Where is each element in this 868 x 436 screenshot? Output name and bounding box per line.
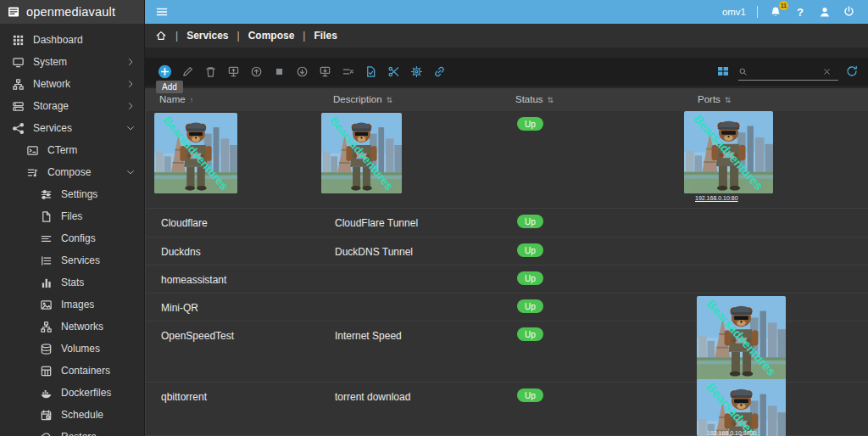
sidebar-item-stats[interactable]: Stats xyxy=(0,271,144,293)
terminal-icon xyxy=(26,144,39,157)
cell-description: Internet Speed xyxy=(335,330,402,342)
status-badge: Up xyxy=(517,388,543,402)
cell-description: DuckDNS Tunnel xyxy=(335,246,413,258)
sidebar-item-settings[interactable]: Settings xyxy=(0,183,144,205)
sidebar-item-files[interactable]: Files xyxy=(0,205,144,227)
ports-cell-image: Bearsadventures xyxy=(697,379,786,436)
ports-link[interactable]: 192.168.0.10:80 xyxy=(695,195,738,201)
table-row[interactable]: DuckdnsDuckDNS TunnelUp xyxy=(146,238,868,266)
search-input[interactable] xyxy=(751,66,819,76)
add-button[interactable] xyxy=(156,63,174,81)
help-icon[interactable]: ? xyxy=(793,5,807,19)
sidebar-item-images[interactable]: Images xyxy=(0,293,144,316)
sidebar-item-services[interactable]: Services xyxy=(0,117,144,139)
file-check-icon xyxy=(364,65,377,78)
pull-button[interactable] xyxy=(316,63,334,81)
sidebar-item-configs[interactable]: Configs xyxy=(0,227,144,249)
sidebar-item-dockerfiles[interactable]: Dockerfiles xyxy=(0,382,144,404)
breadcrumb: | Services | Compose | Files xyxy=(144,24,868,48)
column-header-description[interactable]: Description⇅ xyxy=(333,94,392,104)
stop-button[interactable] xyxy=(270,63,288,81)
pencil-icon xyxy=(181,65,194,78)
column-label: Status xyxy=(515,94,543,104)
services-icon xyxy=(12,122,25,135)
chevron-down-icon xyxy=(125,167,136,177)
breadcrumb-item-compose[interactable]: Compose xyxy=(248,30,295,42)
column-header-ports[interactable]: Ports⇅ xyxy=(698,94,731,104)
sidebar-item-networks[interactable]: Networks xyxy=(0,316,144,338)
sidebar-item-volumes[interactable]: Volumes xyxy=(0,338,144,360)
toolbar-buttons xyxy=(144,63,448,81)
hamburger-icon[interactable] xyxy=(155,5,169,19)
user-icon[interactable] xyxy=(818,5,832,19)
close-icon[interactable] xyxy=(822,67,832,76)
circle-down-icon xyxy=(296,65,309,78)
sidebar-item-services[interactable]: Services xyxy=(0,249,144,271)
breadcrumb-item-files[interactable]: Files xyxy=(314,30,337,42)
sidebar-item-system[interactable]: System xyxy=(0,51,144,73)
chevron-right-icon xyxy=(125,79,136,89)
sidebar-item-dashboard[interactable]: Dashboard xyxy=(0,29,144,51)
monitor-down-icon xyxy=(319,65,331,78)
username[interactable]: omv1 xyxy=(722,7,746,17)
table-columns-icon[interactable] xyxy=(716,64,732,80)
network-icon xyxy=(12,78,25,91)
table-row[interactable]: homeassistantUp xyxy=(146,266,868,293)
sidebar-item-label: Stats xyxy=(61,277,84,288)
check-button[interactable] xyxy=(362,63,380,81)
status-badge: Up xyxy=(517,243,543,257)
link-button[interactable] xyxy=(431,63,448,81)
column-label: Description xyxy=(333,94,382,104)
sidebar-item-network[interactable]: Network xyxy=(0,73,144,95)
sidebar-item-cterm[interactable]: CTerm xyxy=(0,139,144,161)
storage-icon xyxy=(12,100,25,113)
cell-name: Mini-QR xyxy=(161,302,198,314)
edit-button[interactable] xyxy=(179,63,197,81)
column-header-name[interactable]: Name↑ xyxy=(159,94,193,104)
breadcrumb-separator: | xyxy=(175,30,178,42)
settings-button[interactable] xyxy=(408,63,426,81)
sidebar-item-schedule[interactable]: Schedule xyxy=(0,404,144,426)
sidebar-item-label: Compose xyxy=(47,166,91,178)
status-badge: Up xyxy=(517,299,543,313)
prune-button[interactable] xyxy=(339,63,357,81)
sidebar-item-label: Networks xyxy=(61,321,103,333)
refresh-icon[interactable] xyxy=(845,64,860,79)
trash-icon xyxy=(204,65,217,78)
power-icon[interactable] xyxy=(843,5,856,19)
sidebar-item-compose[interactable]: Compose xyxy=(0,161,144,183)
cell-name: Cloudflare xyxy=(161,217,208,229)
down-button[interactable] xyxy=(293,63,311,81)
image-icon xyxy=(40,299,53,311)
brand-title: openmediavault xyxy=(26,5,115,19)
sidebar-item-label: Containers xyxy=(61,365,110,377)
sidebar-item-storage[interactable]: Storage xyxy=(0,95,144,117)
link-icon xyxy=(433,65,446,78)
ports-link[interactable]: 192.168.0.10:8080 xyxy=(707,430,756,436)
breadcrumb-item-services[interactable]: Services xyxy=(186,30,228,42)
prune-icon xyxy=(342,65,354,78)
sidebar-item-containers[interactable]: Containers xyxy=(0,360,144,382)
cell-name: homeassistant xyxy=(161,274,226,286)
cell-description: torrent download xyxy=(335,391,410,403)
search-icon xyxy=(738,67,748,76)
plus-circle-icon xyxy=(158,64,172,79)
docker-icon xyxy=(40,387,53,400)
sort-indicator: ↑ xyxy=(190,96,194,104)
chevron-right-icon xyxy=(125,101,136,111)
bell-icon[interactable]: 11 xyxy=(769,5,782,19)
sidebar-item-restore[interactable]: Restore xyxy=(0,426,144,436)
column-header-status[interactable]: Status⇅ xyxy=(515,94,554,104)
topbar-right: omv1 11 ? xyxy=(722,5,868,19)
cell-status: Up xyxy=(517,215,543,228)
ports-cell-image: Bearsadventures xyxy=(684,111,773,193)
delete-button[interactable] xyxy=(202,63,220,81)
start-button[interactable] xyxy=(248,63,265,81)
table-body: UpCloudflareCloudFlare TunnelUpDuckdnsDu… xyxy=(144,111,868,436)
table-row[interactable]: CloudflareCloudFlare TunnelUp xyxy=(146,209,868,238)
dashboard-icon xyxy=(12,34,25,47)
up-button[interactable] xyxy=(225,63,242,81)
home-icon[interactable] xyxy=(155,30,167,42)
cut-button[interactable] xyxy=(385,63,403,81)
sidebar-item-label: Volumes xyxy=(61,343,100,355)
